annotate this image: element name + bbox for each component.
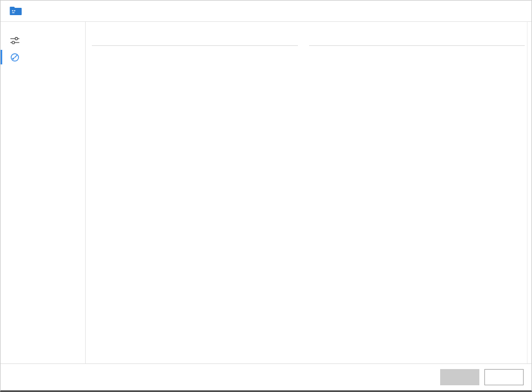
- last-30-days-chart: [309, 33, 525, 142]
- footer: [1, 363, 531, 390]
- chart-title: [92, 34, 305, 44]
- x-axis-labels: [92, 119, 305, 142]
- y-axis-label-left: [92, 55, 101, 115]
- titlebar: [1, 1, 531, 22]
- folder-icon: [10, 6, 22, 16]
- y-axis-label-right: [348, 55, 361, 115]
- active-indicator: [1, 50, 2, 64]
- sliders-icon: [10, 36, 20, 45]
- divider: [309, 45, 525, 46]
- y-axis-ticks: [318, 55, 348, 115]
- activity-panel: [86, 22, 531, 363]
- sidebar-item-properties[interactable]: [1, 32, 85, 49]
- ok-button[interactable]: [440, 369, 479, 385]
- divider: [92, 45, 298, 46]
- cancel-button[interactable]: [484, 369, 524, 385]
- x-axis-labels: [309, 119, 525, 142]
- sidebar-item-activity[interactable]: [1, 49, 85, 66]
- y-axis-ticks: [101, 55, 131, 115]
- close-icon[interactable]: [506, 1, 531, 21]
- chart-title: [309, 34, 525, 44]
- charts-row: [92, 33, 531, 142]
- gauge-icon: [10, 53, 20, 62]
- y-axis-label-right: [131, 55, 143, 115]
- sidebar: [1, 22, 86, 363]
- y-axis-label-left: [309, 55, 318, 115]
- scrollbar-track[interactable]: [527, 22, 528, 363]
- rally-analytics-dialog: [0, 0, 532, 392]
- days-of-week-chart: [92, 33, 305, 142]
- dialog-body: [1, 22, 531, 363]
